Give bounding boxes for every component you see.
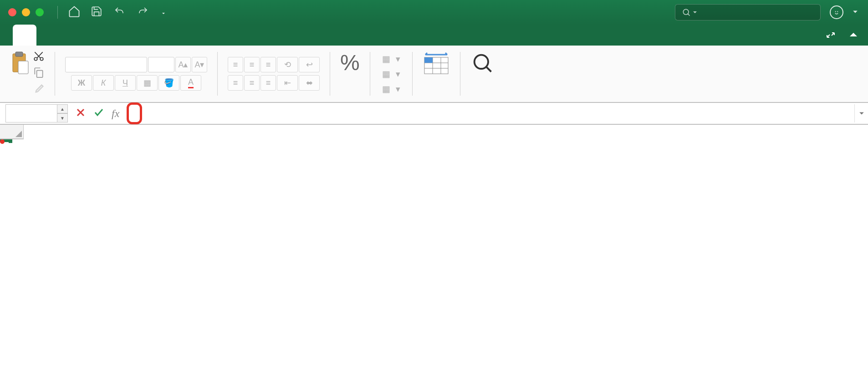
decrease-indent-icon[interactable]: ⇤ (277, 75, 298, 91)
group-alignment: ≡ ≡ ≡ ⟲ ↩ ≡ ≡ ≡ ⇤ ⬌ (225, 49, 322, 98)
name-box-up[interactable]: ▲ (57, 104, 68, 113)
orientation-icon[interactable]: ⟲ (277, 57, 298, 72)
tab-page-layout[interactable] (60, 25, 84, 46)
borders-button[interactable]: ▦ (137, 75, 158, 91)
cell-styles-button[interactable]: ▦▾ (382, 84, 400, 94)
minimize-window-button[interactable] (22, 8, 30, 16)
undo-icon[interactable] (112, 6, 126, 19)
font-name-select[interactable] (65, 57, 147, 72)
underline-button[interactable]: Ч (115, 75, 136, 91)
column-headers (0, 125, 868, 139)
editing-button[interactable] (470, 50, 494, 77)
font-size-select[interactable] (148, 57, 174, 72)
align-center-icon[interactable]: ≡ (244, 75, 260, 91)
wrap-text-icon[interactable]: ↩ (299, 57, 320, 72)
svg-point-2 (837, 11, 838, 12)
collapse-ribbon-icon[interactable] (849, 29, 858, 42)
save-icon[interactable] (91, 5, 102, 19)
decrease-font-icon[interactable]: A▾ (192, 57, 207, 72)
search-dropdown-icon[interactable] (693, 8, 697, 16)
close-window-button[interactable] (8, 8, 16, 16)
align-top-icon[interactable]: ≡ (228, 57, 243, 72)
insert-function-icon[interactable]: fx (112, 107, 119, 120)
fill-handle[interactable] (9, 139, 12, 143)
svg-point-6 (34, 57, 37, 61)
group-styles: ▦▾ ▦▾ ▦▾ (378, 49, 405, 98)
svg-point-0 (683, 9, 689, 15)
name-box[interactable] (5, 104, 57, 123)
svg-rect-4 (15, 52, 23, 56)
ribbon-tabs-left (13, 25, 179, 46)
ribbon-tabs (0, 25, 868, 46)
feedback-icon[interactable] (830, 5, 843, 19)
tab-data[interactable] (107, 25, 131, 46)
group-font: A▴ A▾ Ж К Ч ▦ 🪣 A (62, 49, 210, 98)
tab-home[interactable] (13, 25, 36, 46)
spreadsheet-grid (0, 125, 868, 139)
fill-color-button[interactable]: 🪣 (158, 75, 179, 91)
qat-customize-icon[interactable] (160, 8, 167, 17)
zoom-window-button[interactable] (36, 8, 44, 16)
copy-icon[interactable] (33, 66, 45, 80)
conditional-formatting-button[interactable]: ▦▾ (382, 54, 400, 64)
svg-point-1 (835, 11, 836, 12)
svg-rect-5 (18, 61, 28, 74)
align-right-icon[interactable]: ≡ (260, 75, 276, 91)
feedback-dropdown-icon[interactable] (853, 8, 858, 16)
svg-point-11 (474, 55, 488, 69)
cut-icon[interactable] (33, 50, 45, 64)
svg-point-7 (40, 57, 43, 61)
group-editing (468, 49, 497, 98)
home-icon[interactable] (68, 5, 81, 20)
title-bar-right (675, 4, 858, 20)
bold-button[interactable]: Ж (71, 75, 92, 91)
format-as-table-button[interactable]: ▦▾ (382, 69, 400, 79)
group-clipboard (5, 49, 47, 98)
svg-rect-10 (424, 57, 433, 63)
share-button[interactable] (825, 29, 858, 42)
tab-formulas[interactable] (84, 25, 107, 46)
cells-button[interactable] (423, 50, 450, 77)
group-number: % (337, 49, 363, 98)
paste-button[interactable] (8, 50, 30, 97)
window-controls (8, 8, 44, 16)
active-cell[interactable] (0, 139, 11, 142)
redo-icon[interactable] (136, 6, 150, 19)
formula-bar: ▲ ▼ fx (0, 103, 868, 125)
number-format-button[interactable]: % (340, 50, 360, 77)
align-middle-icon[interactable]: ≡ (244, 57, 260, 72)
title-bar (0, 0, 868, 25)
tab-view[interactable] (155, 25, 179, 46)
expand-formula-bar-icon[interactable] (854, 104, 868, 123)
merge-cells-icon[interactable]: ⬌ (299, 75, 320, 91)
tab-review[interactable] (131, 25, 155, 46)
tab-insert[interactable] (36, 25, 60, 46)
formula-input[interactable] (127, 104, 854, 123)
group-cells (420, 49, 453, 98)
cancel-icon[interactable] (75, 107, 86, 120)
font-color-button[interactable]: A (180, 75, 201, 91)
align-left-icon[interactable]: ≡ (228, 75, 243, 91)
select-all-corner[interactable] (0, 125, 24, 139)
ribbon: A▴ A▾ Ж К Ч ▦ 🪣 A ≡ ≡ ≡ ⟲ ↩ ≡ ≡ ≡ ⇤ ⬌ (0, 46, 868, 103)
qat-divider (57, 6, 58, 19)
quick-access-toolbar (57, 5, 167, 20)
increase-font-icon[interactable]: A▴ (175, 57, 191, 72)
name-box-down[interactable]: ▼ (57, 113, 68, 123)
search-input[interactable] (675, 4, 821, 20)
formula-highlight (127, 102, 142, 124)
svg-rect-8 (37, 71, 43, 77)
enter-icon[interactable] (92, 107, 105, 120)
format-painter-icon[interactable] (33, 83, 45, 97)
italic-button[interactable]: К (93, 75, 114, 91)
align-bottom-icon[interactable]: ≡ (260, 57, 276, 72)
